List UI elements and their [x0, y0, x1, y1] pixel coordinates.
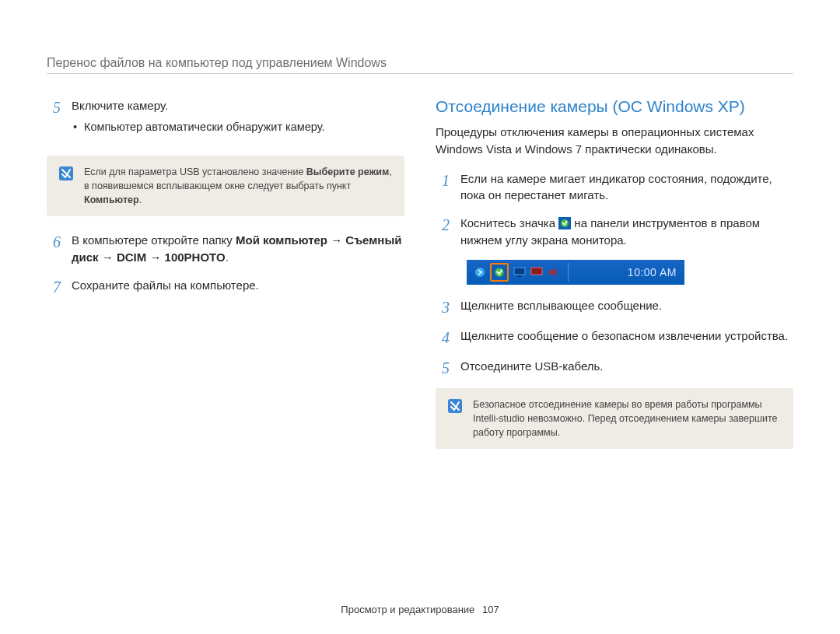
note-text: Если для параметра USB установлено значе…: [84, 165, 392, 207]
step-number: 4: [436, 328, 450, 347]
step-body: Коснитесь значка на панели инструментов …: [460, 215, 793, 249]
volume-icon: [548, 266, 560, 278]
step-body: Если на камере мигает индикатор состояни…: [460, 170, 793, 205]
section-intro: Процедуры отключения камеры в операционн…: [436, 124, 793, 158]
step-body: Сохраните файлы на компьютере.: [72, 277, 404, 296]
step-body: Щелкните всплывающее сообщение.: [460, 297, 793, 317]
step-title: Включите камеру.: [72, 99, 168, 112]
display-icon: [530, 266, 543, 278]
svg-rect-7: [517, 275, 522, 277]
step-6: 6 В компьютере откройте папку Мой компью…: [47, 232, 404, 266]
step-body: Отсоедините USB-кабель.: [460, 358, 793, 377]
page: Перенос файлов на компьютер под управлен…: [0, 0, 840, 634]
section-title: Отсоединение камеры (ОС Windows XP): [436, 97, 793, 116]
step-5: 5 Включите камеру. Компьютер автоматичес…: [47, 97, 404, 145]
step-number: 5: [47, 97, 61, 145]
step-number: 2: [436, 215, 450, 249]
note-icon: [448, 399, 462, 413]
step-number: 7: [47, 277, 61, 296]
svg-point-3: [475, 268, 485, 277]
highlighted-tray-icon[interactable]: [490, 263, 509, 282]
page-number: 107: [482, 604, 499, 615]
step-number: 1: [436, 170, 450, 205]
note-box: Безопасное отсоединение камеры во время …: [436, 388, 793, 449]
note-text: Безопасное отсоединение камеры во время …: [473, 398, 781, 440]
svg-rect-6: [514, 268, 525, 275]
step-part: В компьютере откройте папку: [72, 233, 236, 247]
step-5r: 5 Отсоедините USB-кабель.: [436, 358, 793, 377]
footer-label: Просмотр и редактирование: [341, 604, 474, 615]
note-bold: Выберите режим: [306, 166, 389, 177]
arrow-icon: [474, 267, 485, 278]
step-part: .: [226, 250, 229, 264]
left-column: 5 Включите камеру. Компьютер автоматичес…: [47, 97, 404, 464]
columns: 5 Включите камеру. Компьютер автоматичес…: [47, 97, 793, 464]
step-body: В компьютере откройте папку Мой компьюте…: [72, 232, 404, 266]
svg-point-2: [561, 219, 569, 227]
bullet-item: Компьютер автоматически обнаружит камеру…: [72, 119, 404, 135]
safely-remove-icon: [558, 217, 571, 229]
safely-remove-icon: [492, 265, 506, 279]
page-title: Перенос файлов на компьютер под управлен…: [47, 56, 793, 74]
taskbar-left: [474, 263, 572, 282]
footer: Просмотр и редактирование 107: [47, 604, 793, 615]
step-4: 4 Щелкните сообщение о безопасном извлеч…: [436, 328, 793, 347]
note-bold: Компьютер: [84, 194, 139, 205]
taskbar-clock: 10:00 AM: [628, 266, 677, 278]
right-column: Отсоединение камеры (ОС Windows XP) Проц…: [436, 97, 793, 464]
note-icon: [59, 166, 73, 180]
note-part: .: [139, 194, 142, 205]
step-number: 6: [47, 232, 61, 266]
step-body: Включите камеру. Компьютер автоматически…: [72, 97, 404, 145]
step-2: 2 Коснитесь значка на панели инструменто…: [436, 215, 793, 249]
note-box: Если для параметра USB установлено значе…: [47, 156, 404, 216]
step-number: 5: [436, 358, 450, 377]
step-7: 7 Сохраните файлы на компьютере.: [47, 277, 404, 296]
svg-rect-8: [531, 268, 542, 275]
step-1: 1 Если на камере мигает индикатор состоя…: [436, 170, 793, 205]
taskbar-separator: [568, 263, 569, 282]
step-part: Коснитесь значка: [460, 216, 558, 229]
monitor-icon: [513, 266, 526, 278]
taskbar: 10:00 AM: [467, 260, 684, 285]
note-part: Если для параметра USB установлено значе…: [84, 166, 306, 177]
svg-point-5: [495, 268, 503, 276]
step-3: 3 Щелкните всплывающее сообщение.: [436, 297, 793, 317]
step-number: 3: [436, 297, 450, 317]
step-body: Щелкните сообщение о безопасном извлечен…: [460, 328, 793, 347]
